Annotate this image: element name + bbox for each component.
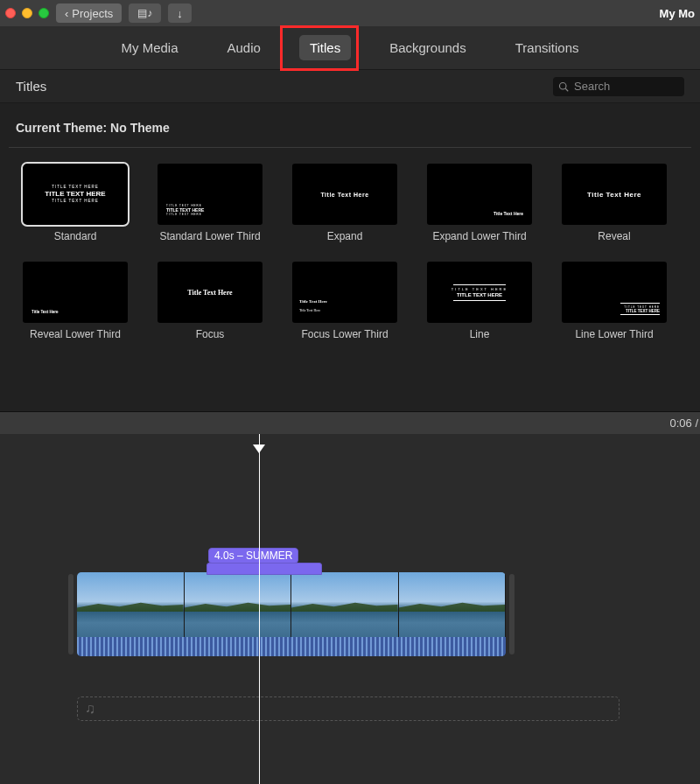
svg-point-0: [560, 82, 567, 89]
window-toolbar: ‹ Projects ▤♪ ↓ My Mo: [0, 0, 700, 26]
title-label: Focus Lower Third: [301, 328, 388, 340]
search-placeholder: Search: [574, 80, 610, 93]
title-item-focus-lower-third[interactable]: Title Text HereTitle Text Here Focus Low…: [284, 262, 406, 340]
audio-waveform: [77, 637, 506, 656]
title-item-reveal-lower-third[interactable]: Title Text Here Reveal Lower Third: [14, 262, 136, 340]
browser-subbar: Titles Search: [0, 70, 700, 103]
browser-tabs: My Media Audio Titles Backgrounds Transi…: [0, 26, 700, 70]
time-display-bar: 0:06 /: [0, 411, 700, 434]
title-item-standard-lower-third[interactable]: TITLE TEXT HERETITLE TEXT HERETITLE TEXT…: [149, 164, 271, 242]
clip-end-handle[interactable]: [509, 574, 514, 654]
title-item-expand-lower-third[interactable]: Title Text Here Expand Lower Third: [418, 164, 541, 242]
title-label: Standard: [54, 230, 97, 242]
playhead[interactable]: [259, 434, 260, 784]
clip-start-handle[interactable]: [68, 574, 74, 654]
title-thumbnail: Title Text Here: [292, 164, 397, 225]
tab-audio[interactable]: Audio: [217, 35, 271, 60]
title-thumbnail: Title Text Here: [427, 164, 532, 225]
titles-grid: TITLE TEXT HERETITLE TEXT HERETITLE TEXT…: [9, 164, 691, 341]
title-item-standard[interactable]: TITLE TEXT HERETITLE TEXT HERETITLE TEXT…: [14, 164, 136, 242]
title-item-expand[interactable]: Title Text Here Expand: [284, 164, 406, 242]
tab-my-media[interactable]: My Media: [110, 35, 188, 60]
close-icon[interactable]: [5, 8, 16, 18]
minimize-icon[interactable]: [22, 8, 32, 18]
timeline-area[interactable]: 4.0s – SUMMER ♫: [0, 434, 700, 784]
download-arrow-icon: ↓: [177, 7, 183, 20]
tab-backgrounds[interactable]: Backgrounds: [379, 35, 477, 60]
title-thumbnail: Title Text HereTitle Text Here: [292, 262, 397, 323]
background-music-track[interactable]: ♫: [77, 696, 620, 721]
search-input[interactable]: Search: [553, 77, 684, 96]
title-label: Reveal: [598, 230, 630, 242]
section-label: Titles: [16, 79, 46, 94]
theme-heading: Current Theme: No Theme: [9, 117, 691, 148]
filmstrip-icon: ▤♪: [137, 7, 152, 19]
fullscreen-icon[interactable]: [38, 8, 49, 18]
title-label: Reveal Lower Third: [30, 328, 121, 340]
title-label: Line Lower Third: [575, 328, 653, 340]
import-button[interactable]: ↓: [168, 4, 192, 23]
title-label: Line: [470, 328, 490, 340]
title-thumbnail: Title Text Here: [23, 262, 128, 323]
title-thumbnail: Title Text Here: [562, 164, 667, 225]
tab-titles[interactable]: Titles: [299, 35, 351, 60]
title-thumbnail: TITLE TEXT HERETITLE TEXT HERETITLE TEXT…: [158, 164, 262, 225]
search-icon: [558, 81, 569, 92]
titles-browser: Current Theme: No Theme TITLE TEXT HERET…: [0, 103, 700, 411]
title-item-line[interactable]: TITLE TEXT HERETITLE TEXT HERE Line: [418, 262, 541, 340]
title-label: Expand: [327, 230, 363, 242]
back-to-projects-button[interactable]: ‹ Projects: [56, 4, 122, 23]
title-clip-summer[interactable]: 4.0s – SUMMER: [208, 548, 298, 564]
title-thumbnail: TITLE TEXT HERETITLE TEXT HERE: [427, 262, 532, 323]
title-thumbnail: TITLE TEXT HERETITLE TEXT HERETITLE TEXT…: [23, 164, 128, 225]
video-clip[interactable]: [77, 572, 506, 656]
media-filter-button[interactable]: ▤♪: [129, 4, 161, 23]
back-label: Projects: [72, 7, 113, 20]
svg-line-1: [565, 88, 568, 91]
title-thumbnail: Title Text Here: [158, 262, 262, 323]
title-item-line-lower-third[interactable]: TITLE TEXT HERETITLE TEXT HERE Line Lowe…: [553, 262, 676, 340]
title-label: Standard Lower Third: [159, 230, 260, 242]
title-label: Focus: [196, 328, 225, 340]
traffic-lights: [5, 8, 49, 18]
music-note-icon: ♫: [85, 701, 95, 717]
project-title: My Mo: [660, 7, 695, 20]
tab-transitions[interactable]: Transitions: [505, 35, 590, 60]
title-item-focus[interactable]: Title Text Here Focus: [149, 262, 271, 340]
chevron-left-icon: ‹: [65, 7, 68, 20]
title-thumbnail: TITLE TEXT HERETITLE TEXT HERE: [562, 262, 667, 323]
playhead-time: 0:06 /: [669, 416, 700, 430]
title-label: Expand Lower Third: [432, 230, 526, 242]
title-item-reveal[interactable]: Title Text Here Reveal: [553, 164, 676, 242]
